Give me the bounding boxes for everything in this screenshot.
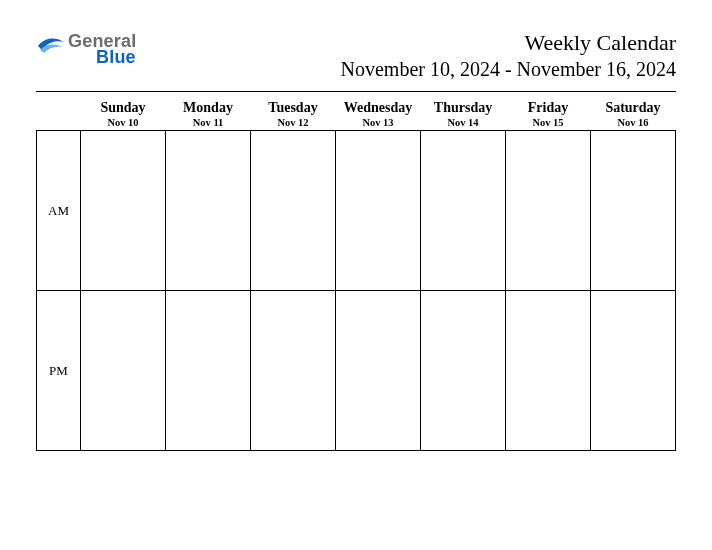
- row-pm: PM: [37, 291, 676, 451]
- slot-pm-sun[interactable]: [81, 291, 166, 451]
- day-name: Sunday: [81, 100, 166, 116]
- logo: General Blue: [36, 30, 136, 66]
- day-header-row: Sunday Nov 10 Monday Nov 11 Tuesday Nov …: [37, 96, 676, 131]
- day-date: Nov 10: [81, 117, 166, 128]
- slot-am-sun[interactable]: [81, 131, 166, 291]
- calendar-grid: Sunday Nov 10 Monday Nov 11 Tuesday Nov …: [36, 96, 676, 451]
- day-header-tue: Tuesday Nov 12: [251, 96, 336, 131]
- day-date: Nov 11: [166, 117, 251, 128]
- day-name: Monday: [166, 100, 251, 116]
- day-name: Wednesday: [336, 100, 421, 116]
- logo-text-blue: Blue: [96, 48, 136, 66]
- date-range: November 10, 2024 - November 16, 2024: [341, 58, 677, 81]
- day-date: Nov 14: [421, 117, 506, 128]
- day-date: Nov 15: [506, 117, 591, 128]
- day-name: Friday: [506, 100, 591, 116]
- day-date: Nov 12: [251, 117, 336, 128]
- day-date: Nov 16: [591, 117, 676, 128]
- title-block: Weekly Calendar November 10, 2024 - Nove…: [341, 30, 677, 81]
- day-date: Nov 13: [336, 117, 421, 128]
- calendar-table: Sunday Nov 10 Monday Nov 11 Tuesday Nov …: [36, 96, 676, 451]
- time-label-pm: PM: [37, 291, 81, 451]
- time-label-am: AM: [37, 131, 81, 291]
- slot-am-wed[interactable]: [336, 131, 421, 291]
- slot-pm-sat[interactable]: [591, 291, 676, 451]
- day-name: Tuesday: [251, 100, 336, 116]
- row-am: AM: [37, 131, 676, 291]
- slot-am-fri[interactable]: [506, 131, 591, 291]
- day-header-sun: Sunday Nov 10: [81, 96, 166, 131]
- slot-pm-wed[interactable]: [336, 291, 421, 451]
- day-header-wed: Wednesday Nov 13: [336, 96, 421, 131]
- day-header-mon: Monday Nov 11: [166, 96, 251, 131]
- page-title: Weekly Calendar: [341, 30, 677, 56]
- slot-pm-thu[interactable]: [421, 291, 506, 451]
- day-name: Thursday: [421, 100, 506, 116]
- day-header-thu: Thursday Nov 14: [421, 96, 506, 131]
- slot-am-sat[interactable]: [591, 131, 676, 291]
- day-header-sat: Saturday Nov 16: [591, 96, 676, 131]
- header-divider: [36, 91, 676, 92]
- slot-pm-fri[interactable]: [506, 291, 591, 451]
- logo-swoosh-icon: [36, 32, 66, 56]
- slot-pm-tue[interactable]: [251, 291, 336, 451]
- day-name: Saturday: [591, 100, 676, 116]
- day-header-fri: Friday Nov 15: [506, 96, 591, 131]
- slot-am-tue[interactable]: [251, 131, 336, 291]
- slot-am-thu[interactable]: [421, 131, 506, 291]
- logo-text: General Blue: [68, 32, 136, 66]
- slot-am-mon[interactable]: [166, 131, 251, 291]
- slot-pm-mon[interactable]: [166, 291, 251, 451]
- corner-cell: [37, 96, 81, 131]
- header: General Blue Weekly Calendar November 10…: [36, 30, 676, 81]
